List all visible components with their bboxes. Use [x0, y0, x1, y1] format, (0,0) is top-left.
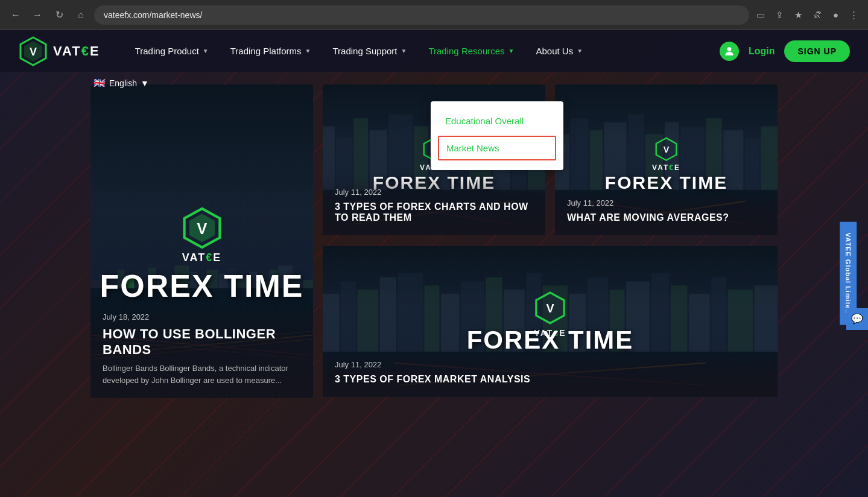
svg-text:V: V [30, 46, 37, 58]
cast-icon[interactable]: ▭ [754, 7, 767, 23]
svg-point-3 [727, 47, 732, 51]
card2-title: WHAT ARE MOVING AVERAGES? [567, 212, 765, 223]
chevron-down-icon: ▼ [577, 48, 583, 54]
svg-text:V: V [664, 145, 670, 154]
card1-overlay: July 11, 2022 3 TYPES OF FOREX CHARTS AN… [323, 176, 545, 235]
forward-button[interactable]: → [29, 7, 46, 24]
article-card-3[interactable]: V VAT€E FOREX TIME July 11, 2022 3 TYPES… [323, 246, 778, 398]
card2-logo: V VAT€E [652, 137, 680, 172]
nav-trading-product[interactable]: Trading Product ▼ [124, 41, 220, 61]
profile-icon[interactable]: ● [831, 7, 841, 22]
svg-text:V: V [197, 220, 207, 237]
card3-overlay: July 11, 2022 3 TYPES OF FOREX MARKET AN… [323, 348, 778, 397]
logo[interactable]: V VAT€E [18, 36, 100, 66]
chevron-down-icon: ▼ [401, 48, 407, 54]
nav-trading-resources[interactable]: Trading Resources ▼ [417, 41, 525, 61]
flag-icon: 🇬🇧 [93, 77, 106, 89]
header: V VAT€E Trading Product ▼ Trading Platfo… [0, 30, 868, 72]
featured-article[interactable]: V VAT€E FOREX TIME July 18, 2022 HOW TO … [90, 84, 313, 398]
card3-date: July 11, 2022 [335, 360, 765, 369]
share-icon[interactable]: ⇪ [773, 7, 786, 23]
login-button[interactable]: Login [749, 46, 775, 57]
trading-resources-dropdown: Educational Overall Market News [431, 101, 563, 170]
card1-title: 3 TYPES OF FOREX CHARTS AND HOW TO READ … [335, 201, 533, 223]
chevron-down-icon: ▼ [203, 48, 209, 54]
bookmark-icon[interactable]: ★ [792, 7, 805, 23]
website: V VAT€E Trading Product ▼ Trading Platfo… [0, 30, 868, 497]
chevron-down-icon: ▼ [305, 48, 311, 54]
address-bar[interactable] [94, 5, 749, 25]
lang-chevron-icon: ▼ [141, 78, 149, 88]
menu-icon[interactable]: ⋮ [847, 7, 861, 23]
market-news-item[interactable]: Market News [438, 136, 556, 160]
card3-title: 3 TYPES OF FOREX MARKET ANALYSIS [335, 374, 765, 385]
card1-date: July 11, 2022 [335, 188, 533, 197]
card2-date: July 11, 2022 [567, 198, 765, 207]
featured-article-date: July 18, 2022 [103, 312, 301, 321]
featured-card-overlay: July 18, 2022 HOW TO USE BOLLINGER BANDS… [90, 300, 313, 398]
chat-button[interactable]: 💬 [846, 308, 868, 330]
featured-article-title: HOW TO USE BOLLINGER BANDS [103, 326, 301, 358]
nav-trading-platforms[interactable]: Trading Platforms ▼ [220, 41, 322, 61]
language-label: English [109, 78, 137, 88]
main-nav: Trading Product ▼ Trading Platforms ▼ Tr… [124, 41, 720, 61]
browser-chrome: ← → ↻ ⌂ ▭ ⇪ ★ ⛐ ● ⋮ [0, 0, 868, 30]
header-right: Login SIGN UP [720, 40, 850, 62]
extensions-icon[interactable]: ⛐ [811, 7, 825, 22]
educational-overall-item[interactable]: Educational Overall [431, 109, 563, 133]
card2-overlay: July 11, 2022 WHAT ARE MOVING AVERAGES? [555, 186, 778, 235]
logo-text: VAT€E [53, 43, 100, 59]
chevron-down-icon: ▼ [508, 48, 515, 54]
user-avatar-icon[interactable] [720, 42, 739, 61]
featured-article-excerpt: Bollinger Bands Bollinger Bands, a techn… [103, 362, 301, 386]
logo-icon: V [18, 36, 48, 66]
home-button[interactable]: ⌂ [72, 7, 89, 24]
forex-time-label: FOREX TIME [90, 268, 313, 304]
svg-text:V: V [546, 302, 554, 315]
nav-about-us[interactable]: About Us ▼ [525, 41, 594, 61]
signup-button[interactable]: SIGN UP [784, 40, 850, 62]
refresh-button[interactable]: ↻ [51, 7, 68, 24]
language-selector[interactable]: 🇬🇧 English ▼ [93, 72, 149, 93]
nav-trading-support[interactable]: Trading Support ▼ [322, 41, 417, 61]
article-card-2[interactable]: V VAT€E FOREX TIME July 11, 2022 WHAT AR… [555, 84, 778, 236]
back-button[interactable]: ← [7, 7, 24, 24]
card-logo-text: VAT€E [181, 252, 223, 264]
card-vatee-logo: V VAT€E [181, 207, 223, 264]
browser-toolbar: ▭ ⇪ ★ ⛐ ● ⋮ [754, 7, 861, 23]
